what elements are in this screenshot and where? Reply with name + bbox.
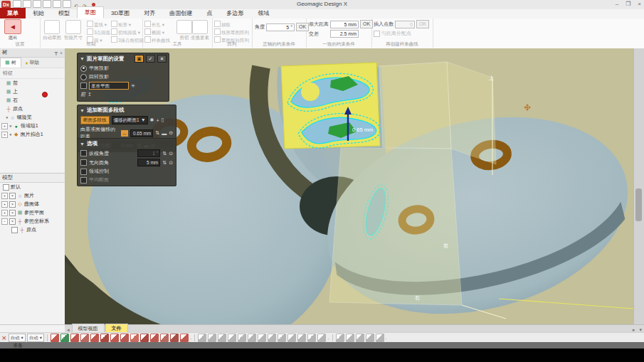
minus-circle-icon[interactable]: ⊖ (169, 130, 173, 136)
tab-surface[interactable]: 曲面创建 (162, 8, 199, 18)
view-iso-icon[interactable] (297, 334, 306, 342)
pan-view-icon[interactable] (317, 334, 326, 342)
tab-help[interactable]: ♦帮助 (21, 58, 44, 68)
expand-icon[interactable]: + (1, 123, 8, 129)
tab-menu[interactable]: 菜单 (0, 8, 26, 18)
tab-sketch[interactable]: 草图 (77, 6, 104, 18)
section-polyline-button[interactable]: 断面多段线 (80, 116, 110, 124)
flip-icon[interactable]: ✳ (131, 83, 135, 89)
cross-input[interactable]: 2.5 mm (330, 30, 359, 38)
coordinate-view-icon[interactable] (130, 334, 139, 342)
model-item-mesh[interactable]: +×○面片 (0, 191, 65, 200)
fillet-input[interactable]: 5 mm (137, 159, 160, 166)
body-view-icon[interactable] (90, 334, 99, 342)
insert-points-ok-button[interactable]: OK (416, 20, 429, 28)
model-item-default[interactable]: 默认 (0, 183, 65, 191)
curve-view-icon[interactable] (100, 334, 109, 342)
spinner-icon[interactable]: ⇅ (162, 151, 167, 156)
collapse-icon[interactable]: ▼ (80, 142, 85, 147)
collapse-icon[interactable]: ▼ (80, 108, 85, 113)
cancel-button[interactable]: × (157, 55, 167, 63)
magnifier-icon[interactable]: ⊙ (169, 151, 173, 156)
view-back-icon[interactable] (258, 334, 266, 342)
sketch-view-icon[interactable] (140, 334, 149, 342)
snap-mode-dropdown[interactable]: 自动▾ (27, 334, 44, 342)
tab-align[interactable]: 对齐 (137, 8, 162, 18)
rectangle-tool[interactable]: 矩形 ▾ (111, 21, 131, 28)
draft-angle-input[interactable]: 1 ° (137, 149, 160, 157)
visibility-dot-icon[interactable]: ● (6, 115, 9, 119)
offset-distance-input[interactable]: 0.65 mm (130, 129, 153, 137)
preview-button[interactable]: ▣ (134, 55, 144, 63)
add-icon[interactable]: + (156, 118, 159, 123)
base-plane-toggle[interactable] (80, 82, 87, 89)
expand-icon[interactable]: + (1, 210, 8, 216)
pin-icon[interactable]: ┳ (55, 50, 58, 55)
spinner-icon[interactable]: ⇅ (155, 130, 159, 136)
collapse-icon[interactable]: ▼ (80, 56, 85, 61)
expand-icon[interactable]: + (1, 201, 8, 208)
line-tool[interactable]: 直线 ▾ (87, 21, 107, 28)
base-plane-field[interactable]: 基准平面 (89, 82, 129, 90)
close-button[interactable]: × (638, 1, 641, 7)
checkbox[interactable]: × (9, 210, 16, 216)
tree-item-origin[interactable]: ┼原点 (0, 105, 65, 113)
linear-pattern-tool[interactable]: 线形草图阵列 (214, 28, 249, 36)
model-item-ref-planes[interactable]: +×▦参照平面 (0, 208, 65, 217)
ok-button[interactable]: ✓ (146, 55, 155, 63)
distribute-points-checkbox[interactable] (374, 31, 380, 37)
import-icon[interactable] (43, 0, 51, 8)
tree-item-front[interactable]: ▦前 (0, 79, 65, 87)
insert-points-input[interactable]: 0 (395, 21, 415, 28)
mesh-view-icon[interactable] (70, 334, 79, 342)
clear-selection-icon[interactable]: ⨯ (1, 334, 7, 341)
folder-icon[interactable] (63, 0, 71, 8)
offset-section-dropdown[interactable]: 偏移的断面1▼ (112, 116, 148, 124)
ellipse-tool[interactable]: 椭圆 ▾ (144, 28, 164, 36)
region-control-checkbox[interactable] (80, 169, 87, 175)
model-item-surface-body[interactable]: +×◇曲面体 (0, 200, 65, 208)
light-icon[interactable] (356, 334, 364, 342)
options-header[interactable]: ▼ 选项 (78, 139, 176, 149)
deviation-view-icon[interactable] (170, 334, 179, 342)
rotate-view-icon[interactable] (307, 334, 316, 342)
annotation-view-icon[interactable] (160, 334, 169, 342)
plane-view-icon[interactable] (120, 334, 129, 342)
new-document-icon[interactable] (13, 0, 21, 8)
tab-tree[interactable]: ▦树 (0, 58, 21, 68)
visibility-dot-icon[interactable]: ● (9, 132, 12, 137)
tab-point[interactable]: 点 (199, 8, 219, 18)
measure-icon[interactable] (336, 334, 344, 342)
checkbox[interactable]: × (9, 193, 16, 199)
table-view-icon[interactable] (180, 334, 189, 342)
tab-model[interactable]: 模型 (51, 8, 77, 18)
plane-projection-option[interactable]: 平面投影 (78, 64, 169, 73)
expand-icon[interactable]: − (1, 218, 8, 225)
checkbox[interactable]: × (9, 218, 16, 225)
checkbox[interactable] (11, 227, 18, 233)
checkbox[interactable]: × (9, 201, 16, 208)
view-top-icon[interactable] (287, 334, 296, 342)
expand-icon[interactable]: + (1, 132, 8, 138)
ruler-icon[interactable]: ▬ (162, 131, 167, 136)
view-front-icon[interactable] (248, 334, 256, 342)
minimize-button[interactable]: – (616, 1, 618, 7)
polyline-view-icon[interactable] (150, 334, 159, 342)
close-panel-icon[interactable]: × (60, 50, 63, 55)
selection-mode-dropdown[interactable]: 自动▾ (9, 334, 26, 342)
smart-dimension-button[interactable]: 智能尺寸 (63, 20, 84, 41)
draft-angle-checkbox[interactable] (80, 150, 87, 156)
visibility-dot-icon[interactable]: ● (9, 124, 12, 128)
max-distance-input[interactable]: 5 mm (330, 21, 359, 28)
open-document-icon[interactable] (23, 0, 31, 8)
radio-revolve-projection[interactable] (80, 74, 87, 80)
radio-plane-projection[interactable] (80, 65, 87, 72)
checkbox[interactable] (3, 184, 9, 191)
zoom-area-icon[interactable] (228, 334, 236, 342)
exit-sketch-button[interactable]: ◄ 退出 (3, 19, 23, 41)
spinner-icon[interactable]: ⇅ (162, 160, 167, 166)
slot-tool[interactable]: 长孔 ▾ (144, 21, 164, 28)
model-item-ref-coordinates[interactable]: −×┼参照坐标系 (0, 217, 65, 225)
point-view-icon[interactable] (110, 334, 119, 342)
settings-icon[interactable]: ✱ (150, 117, 154, 123)
